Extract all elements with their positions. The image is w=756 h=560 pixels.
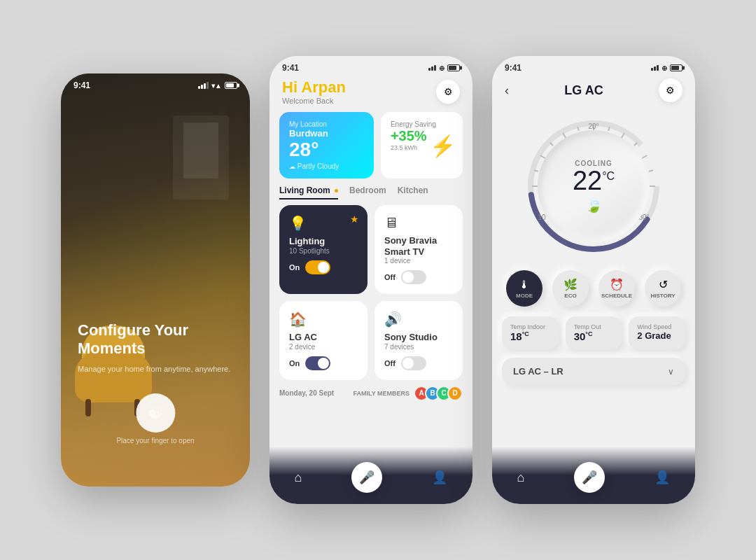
weather-card: My Location Burdwan 28° ☁ Partly Cloudy: [279, 112, 374, 178]
device-card-ac[interactable]: 🏠 LG AC 2 device On: [279, 301, 368, 380]
stats-row: Temp Indoor 18°C Temp Out 30°C Wind Spee…: [492, 316, 695, 358]
active-tab-dot: [335, 189, 338, 192]
ac-title: LG AC: [564, 83, 603, 98]
wifi-icon-3: ⊕: [662, 64, 667, 72]
family-label: FAMILY MEMBERS: [353, 390, 410, 397]
ac-status: On: [289, 359, 300, 368]
nav-mic-button[interactable]: 🎤: [351, 462, 382, 493]
star-badge: ★: [350, 214, 359, 225]
device-count-ac: 2 device: [289, 343, 358, 351]
studio-status: Off: [384, 359, 396, 368]
eco-label: ECO: [564, 293, 576, 299]
status-icons-2: ⊕: [428, 64, 460, 72]
schedule-label: SCHEDULE: [601, 293, 632, 299]
nav-home-button[interactable]: ⌂: [295, 470, 302, 485]
mode-btn-eco[interactable]: 🌿 ECO: [552, 270, 589, 307]
welcome-text: Welcome Back: [282, 97, 346, 105]
home-footer: Monday, 20 Sept FAMILY MEMBERS A B C D: [270, 380, 472, 401]
indoor-value: 18°C: [510, 330, 550, 342]
history-icon: ↺: [659, 278, 668, 291]
chevron-down-icon: ∨: [668, 367, 674, 377]
nav-bar-3: ⌂ 🎤 👤: [492, 454, 695, 504]
mode-btn-history[interactable]: ↺ HISTORY: [645, 270, 681, 307]
phone-ac-control: 9:41 ⊕ ‹ LG AC ⚙: [492, 56, 695, 504]
ac-settings-button[interactable]: ⚙: [659, 78, 682, 102]
lighting-status: On: [289, 263, 300, 272]
weather-energy-row: My Location Burdwan 28° ☁ Partly Cloudy …: [270, 112, 472, 186]
home-header: Hi Arpan Welcome Back ⚙: [270, 76, 472, 112]
tv-status: Off: [384, 273, 396, 281]
dial-temperature: 22°C: [573, 167, 615, 194]
tab-kitchen[interactable]: Kitchen: [398, 186, 428, 200]
footer-date: Monday, 20 Sept: [279, 389, 334, 397]
nav-home-button-3[interactable]: ⌂: [517, 470, 525, 485]
lighting-toggle[interactable]: [305, 260, 330, 274]
fingerprint-area[interactable]: ☯ Place your finger to open: [116, 393, 194, 444]
ac-toggle[interactable]: [305, 356, 330, 370]
wind-label: Wind Speed: [637, 323, 677, 330]
mode-buttons: 🌡 MODE 🌿 ECO ⏰ SCHEDULE ↺ HISTORY: [492, 267, 695, 316]
status-icons-3: ⊕: [651, 64, 682, 72]
tab-living-room[interactable]: Living Room: [279, 186, 338, 200]
status-bar-3: 9:41 ⊕: [492, 56, 695, 76]
greeting-text: Hi: [282, 78, 301, 96]
back-button[interactable]: ‹: [505, 83, 509, 98]
thermostat-area: 10° 20° 30° COOLING 22°C 🍃: [492, 111, 695, 267]
weather-description: ☁ Partly Cloudy: [289, 162, 364, 170]
device-card-tv[interactable]: 🖥 Sony Bravia Smart TV 1 device Off: [374, 205, 463, 294]
weather-location-label: My Location: [289, 120, 364, 128]
status-bar-2: 9:41 ⊕: [270, 56, 472, 76]
weather-city: Burdwan: [289, 128, 364, 139]
settings-button[interactable]: ⚙: [436, 80, 460, 104]
time-display-3: 9:41: [505, 63, 522, 73]
nav-bar-2: ⌂ 🎤 👤: [270, 454, 472, 504]
splash-subtitle: Manage your home from anytime, anywhere.: [78, 364, 233, 374]
bottom-nav-2: ⌂ 🎤 👤: [270, 447, 472, 504]
room-art: [173, 115, 229, 200]
stat-wind: Wind Speed 2 Grade: [629, 316, 685, 349]
svg-line-13: [649, 170, 653, 172]
device-name-lighting: Lighting: [289, 236, 358, 247]
device-name-tv: Sony Bravia Smart TV: [384, 235, 453, 257]
mode-btn-mode[interactable]: 🌡 MODE: [506, 270, 542, 307]
device-grid: ★ 💡 Lighting 10 Spotlights On 🖥 Sony Bra…: [270, 205, 472, 380]
bottom-nav-3: ⌂ 🎤 👤: [492, 447, 695, 504]
device-card-studio[interactable]: 🔊 Sony Studio 7 devices Off: [374, 301, 463, 380]
phone-splash: 9:41 ▾▲ Configure Your Moments Manage yo…: [61, 74, 250, 486]
tv-icon: 🖥: [384, 215, 453, 231]
nav-profile-button[interactable]: 👤: [432, 470, 447, 485]
stat-indoor: Temp Indoor 18°C: [502, 316, 559, 349]
mode-btn-schedule[interactable]: ⏰ SCHEDULE: [598, 270, 635, 307]
location-text: LG AC – LR: [513, 366, 564, 377]
wifi-icon: ▾▲: [211, 82, 222, 90]
outdoor-value: 30°C: [574, 330, 614, 342]
user-name: Arpan: [301, 78, 346, 96]
ac-icon: 🏠: [289, 311, 358, 328]
signal-icon: [198, 82, 209, 89]
nav-mic-button-3[interactable]: 🎤: [574, 462, 605, 493]
tv-toggle-row: Off: [384, 270, 453, 284]
lighting-toggle-row: On: [289, 260, 358, 274]
tab-bedroom[interactable]: Bedroom: [349, 186, 386, 200]
lightning-icon: ⚡: [430, 133, 456, 158]
location-selector[interactable]: LG AC – LR ∨: [502, 358, 685, 385]
wind-value: 2 Grade: [637, 330, 677, 341]
time-display-2: 9:41: [282, 63, 299, 73]
avatar-list: A B C D: [414, 386, 463, 401]
dial-inner: COOLING 22°C 🍃: [538, 130, 650, 242]
greeting: Hi Arpan: [282, 78, 346, 97]
mode-label: MODE: [516, 293, 533, 299]
indoor-label: Temp Indoor: [510, 323, 550, 330]
signal-icon-3: [651, 65, 659, 71]
status-icons: ▾▲: [198, 82, 237, 90]
battery-icon-2: [447, 64, 460, 71]
svg-text:20°: 20°: [588, 122, 598, 130]
lighting-icon: 💡: [289, 215, 358, 232]
device-name-studio: Sony Studio: [384, 332, 453, 343]
tv-toggle[interactable]: [401, 270, 426, 284]
studio-toggle[interactable]: [401, 356, 426, 370]
nav-profile-button-3[interactable]: 👤: [654, 470, 670, 485]
fingerprint-button[interactable]: ☯: [136, 393, 175, 433]
device-card-lighting[interactable]: ★ 💡 Lighting 10 Spotlights On: [279, 205, 368, 294]
dial-outer[interactable]: 10° 20° 30° COOLING 22°C 🍃: [524, 116, 664, 256]
